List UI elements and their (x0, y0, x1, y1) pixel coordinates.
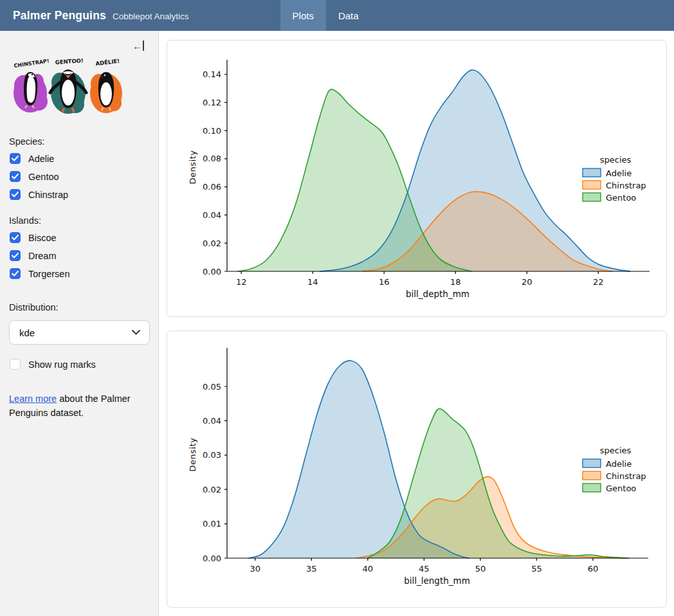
collapse-arrow-icon: ← (132, 41, 142, 51)
checkbox-species-gentoo[interactable]: Gentoo (10, 171, 149, 182)
svg-text:0.12: 0.12 (203, 98, 221, 107)
svg-text:0.02: 0.02 (203, 239, 221, 248)
svg-text:species: species (600, 446, 632, 455)
svg-text:0.10: 0.10 (203, 126, 221, 136)
svg-text:16: 16 (379, 277, 390, 287)
svg-text:0.14: 0.14 (203, 69, 221, 79)
distribution-select-value: kde (19, 327, 35, 338)
checkbox-checked-icon (10, 153, 21, 164)
bill-length-plot-card: 303540455055600.000.010.020.030.040.05bi… (167, 331, 667, 608)
svg-text:bill_depth_mm: bill_depth_mm (406, 289, 469, 299)
checkbox-checked-icon (10, 189, 21, 200)
nav-tabs: Plots Data (280, 0, 371, 31)
learn-more-link[interactable]: Learn more (9, 394, 57, 404)
checkbox-checked-icon (10, 232, 21, 243)
svg-text:0.04: 0.04 (203, 210, 221, 220)
tab-plots[interactable]: Plots (280, 0, 326, 31)
app-title: Palmer Penguins (13, 9, 106, 23)
checkbox-label: Adelie (28, 154, 54, 164)
checkbox-label: Chinstrap (28, 190, 68, 200)
kde-plot-bill-depth: 1214161820220.000.020.040.060.080.100.12… (167, 41, 666, 316)
chevron-down-icon (132, 330, 140, 335)
svg-text:30: 30 (250, 564, 260, 574)
svg-text:14: 14 (307, 277, 318, 287)
svg-text:0.05: 0.05 (203, 382, 221, 392)
svg-text:22: 22 (593, 277, 604, 287)
app-subtitle: Cobblepot Analytics (113, 12, 189, 21)
svg-text:Density: Density (188, 438, 197, 472)
checkbox-island-biscoe[interactable]: Biscoe (10, 232, 149, 243)
tab-data[interactable]: Data (326, 0, 371, 31)
svg-text:0.03: 0.03 (203, 450, 221, 460)
svg-text:Chinstrap: Chinstrap (606, 471, 646, 481)
checkbox-show-rug-marks[interactable]: Show rug marks (10, 359, 149, 370)
svg-text:0.04: 0.04 (203, 416, 221, 426)
distribution-select[interactable]: kde (9, 320, 150, 345)
checkbox-label: Gentoo (28, 172, 59, 182)
checkbox-checked-icon (10, 250, 21, 261)
svg-text:0.06: 0.06 (203, 182, 221, 192)
svg-text:CHINSTRAP!: CHINSTRAP! (14, 58, 50, 69)
checkbox-label: Torgersen (28, 269, 69, 279)
svg-text:species: species (600, 155, 632, 165)
svg-text:40: 40 (363, 564, 374, 574)
svg-text:0.01: 0.01 (203, 519, 221, 529)
svg-text:55: 55 (531, 564, 542, 574)
svg-text:0.02: 0.02 (203, 485, 221, 494)
svg-text:Density: Density (188, 150, 197, 185)
svg-text:bill_length_mm: bill_length_mm (404, 575, 470, 586)
navbar: Palmer Penguins Cobblepot Analytics Plot… (0, 0, 674, 31)
svg-text:Gentoo: Gentoo (606, 193, 636, 203)
checkbox-species-adelie[interactable]: Adelie (10, 153, 149, 164)
svg-text:Gentoo: Gentoo (606, 484, 636, 493)
checkbox-label: Show rug marks (28, 359, 96, 370)
penguin-artwork-image: CHINSTRAP! GENTOO! (9, 57, 126, 118)
svg-text:60: 60 (588, 564, 599, 574)
checkbox-island-torgersen[interactable]: Torgersen (10, 268, 149, 279)
app-brand: Palmer Penguins Cobblepot Analytics (0, 9, 189, 23)
distribution-section-label: Distribution: (9, 302, 149, 313)
collapse-bar-icon (143, 41, 144, 51)
checkbox-checked-icon (10, 171, 21, 182)
checkbox-unchecked-icon (10, 359, 21, 370)
svg-text:GENTOO!: GENTOO! (55, 57, 84, 66)
main-content: 1214161820220.000.020.040.060.080.100.12… (159, 31, 674, 616)
bill-depth-plot-card: 1214161820220.000.020.040.060.080.100.12… (167, 40, 667, 317)
svg-text:Adelie: Adelie (606, 459, 632, 469)
svg-text:50: 50 (475, 564, 486, 574)
checkbox-species-chinstrap[interactable]: Chinstrap (10, 189, 149, 200)
svg-text:12: 12 (236, 277, 247, 287)
kde-plot-bill-length: 303540455055600.000.010.020.030.040.05bi… (167, 331, 666, 607)
sidebar-collapse-button[interactable]: ← (132, 41, 144, 51)
sidebar: ← CHINSTRAP! (0, 31, 159, 616)
svg-text:Adelie: Adelie (606, 168, 632, 178)
checkbox-island-dream[interactable]: Dream (10, 250, 149, 261)
svg-text:Chinstrap: Chinstrap (606, 181, 646, 190)
svg-text:45: 45 (419, 564, 430, 574)
checkbox-label: Dream (28, 251, 57, 261)
svg-text:18: 18 (450, 277, 461, 287)
checkbox-checked-icon (10, 268, 21, 279)
islands-section-label: Islands: (9, 215, 149, 226)
svg-text:0.00: 0.00 (203, 554, 221, 563)
dataset-info-text: Learn more about the Palmer Penguins dat… (9, 392, 148, 421)
svg-text:ADÉLIE!: ADÉLIE! (95, 57, 120, 67)
svg-text:35: 35 (306, 564, 317, 574)
species-section-label: Species: (9, 136, 149, 147)
svg-text:0.00: 0.00 (203, 267, 221, 276)
checkbox-label: Biscoe (28, 233, 57, 243)
svg-text:0.08: 0.08 (203, 154, 221, 163)
svg-text:20: 20 (522, 277, 533, 287)
